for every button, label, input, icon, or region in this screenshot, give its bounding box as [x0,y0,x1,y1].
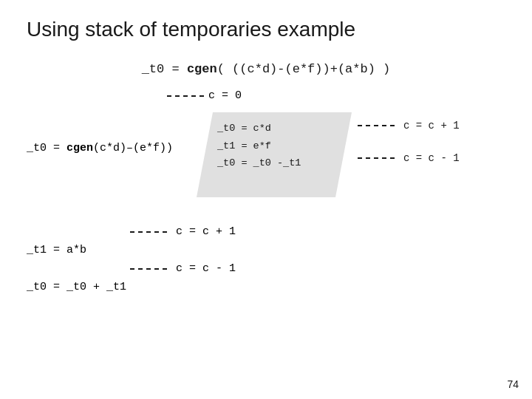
right-label-row1: c = c + 1 [358,120,460,132]
bottom-section: c = c + 1 _t1 = a*b c = c - 1 _t0 = _t0 … [27,225,236,293]
bottom-expr1: _t1 = a*b [27,244,236,256]
bottom-counter1-label: c = c + 1 [176,225,236,238]
right-label-2: c = c - 1 [403,152,460,164]
top-dashes [167,95,204,97]
bottom-dashes-2 [130,268,167,270]
top-expr-text: _t0 = cgen( ((c*d)-(e*f))+(a*b) ) [142,62,391,76]
diamond-line2: _t1 = e*f [217,137,301,155]
bottom-expr2: _t0 = _t0 + _t1 [27,281,236,293]
page-title: Using stack of temporaries example [27,18,505,41]
right-labels: c = c + 1 c = c - 1 [358,120,460,164]
page-number: 74 [507,378,519,390]
right-label-row2: c = c - 1 [358,152,460,164]
right-dashes-2 [358,157,395,159]
right-dashes-1 [358,125,395,126]
cgen-keyword: cgen [187,62,217,76]
top-expression: _t0 = cgen( ((c*d)-(e*f))+(a*b) ) [27,62,505,76]
top-counter-row: c = 0 [167,89,505,102]
diamond-line3: _t0 = _t0 -_t1 [217,154,301,172]
top-counter-label: c = 0 [208,89,242,102]
bottom-dashes-1 [130,231,167,233]
diamond-content: _t0 = c*d _t1 = e*f _t0 = _t0 -_t1 [217,120,301,172]
right-label-1: c = c + 1 [403,120,460,132]
cgen-keyword-2: cgen [66,142,93,154]
left-expression: _t0 = cgen(c*d)–(e*f)) [27,142,173,154]
page: Using stack of temporaries example _t0 =… [0,0,532,399]
diamond-line1: _t0 = c*d [217,120,301,137]
bottom-counter2-row: c = c - 1 [130,262,236,275]
diamond-box: _t0 = c*d _t1 = e*f _t0 = _t0 -_t1 [197,112,352,197]
bottom-counter2-label: c = c - 1 [176,262,236,275]
bottom-counter1-row: c = c + 1 [130,225,236,238]
